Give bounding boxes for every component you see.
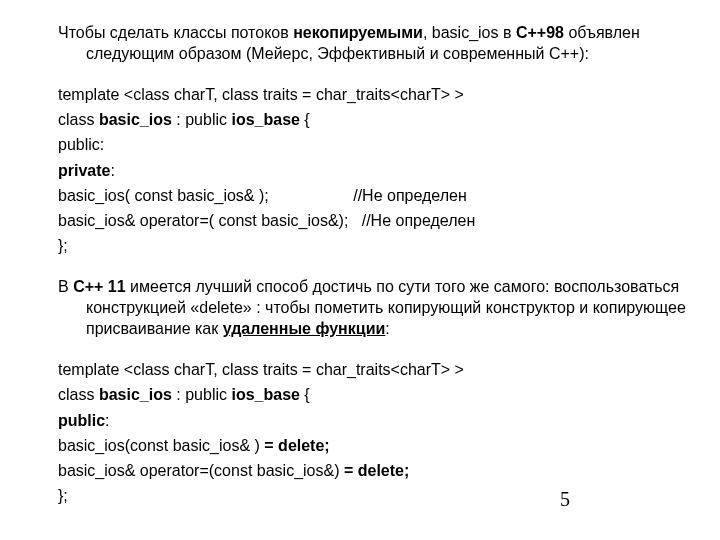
text-bold: С++98	[516, 24, 564, 41]
text-bold: некопируемыми	[293, 24, 423, 41]
code-public-label-2: public:	[58, 410, 692, 431]
paragraph-intro-11: В С++ 11 имеется лучший способ достичь п…	[58, 276, 692, 339]
code-copy-ctor-98: basic_ios( const basic_ios& ); //Не опре…	[58, 185, 692, 206]
code-template-line-2: template <class charT, class traits = ch…	[58, 359, 692, 380]
text: :	[385, 320, 389, 337]
text: class	[58, 111, 99, 128]
text-bold: = delete;	[344, 462, 409, 479]
text: basic_ios(const basic_ios& )	[58, 437, 264, 454]
text: {	[300, 386, 310, 403]
text-bold: ios_base	[231, 386, 299, 403]
code-assign-98: basic_ios& operator=( const basic_ios&);…	[58, 210, 692, 231]
code-copy-ctor-11: basic_ios(const basic_ios& ) = delete;	[58, 435, 692, 456]
text-bold: private	[58, 162, 110, 179]
code-close-brace-2: };	[58, 485, 692, 506]
text-bold: basic_ios	[99, 111, 172, 128]
text-bold: public	[58, 412, 105, 429]
text: class	[58, 386, 99, 403]
code-assign-11: basic_ios& operator=(const basic_ios&) =…	[58, 460, 692, 481]
code-template-line: template <class charT, class traits = ch…	[58, 84, 692, 105]
slide-body: Чтобы сделать классы потоков некопируемы…	[0, 0, 720, 540]
paragraph-intro-98: Чтобы сделать классы потоков некопируемы…	[58, 22, 692, 64]
text-bold: = delete;	[264, 437, 329, 454]
text: :	[110, 162, 114, 179]
code-close-brace: };	[58, 235, 692, 256]
spacer	[58, 343, 692, 359]
text: : public	[172, 111, 232, 128]
text-bold-underline: удаленные функции	[223, 320, 386, 337]
spacer	[58, 260, 692, 276]
code-public-label: public:	[58, 134, 692, 155]
page-number: 5	[560, 486, 570, 512]
text: basic_ios& operator=(const basic_ios&)	[58, 462, 344, 479]
text: : public	[172, 386, 232, 403]
text-bold: basic_ios	[99, 386, 172, 403]
spacer	[58, 68, 692, 84]
text-bold: ios_base	[231, 111, 299, 128]
text: В	[58, 278, 73, 295]
code-class-decl-11: class basic_ios : public ios_base {	[58, 384, 692, 405]
code-class-decl-98: class basic_ios : public ios_base {	[58, 109, 692, 130]
text: Чтобы сделать классы потоков	[58, 24, 293, 41]
code-private-label: private:	[58, 160, 692, 181]
text: {	[300, 111, 310, 128]
text: , basic_ios в	[423, 24, 516, 41]
text-bold: С++ 11	[73, 278, 125, 295]
text: :	[105, 412, 109, 429]
